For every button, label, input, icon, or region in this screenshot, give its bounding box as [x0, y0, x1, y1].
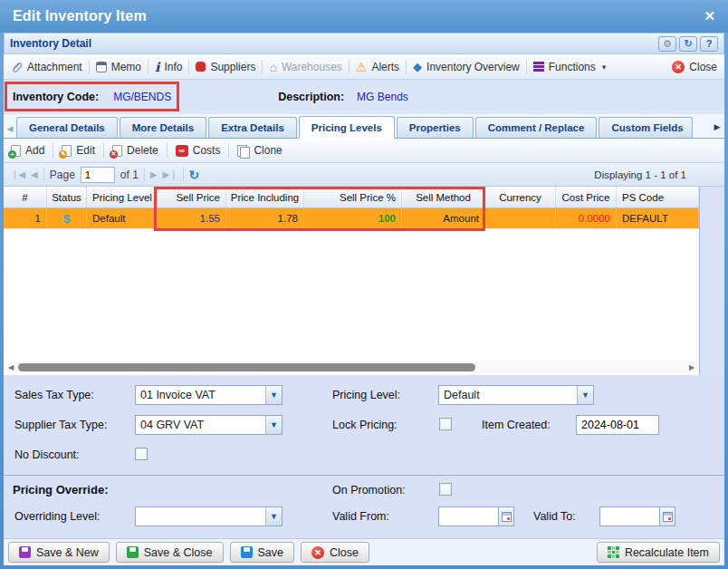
col-header-pricing-level[interactable]: Pricing Level — [87, 187, 158, 207]
item-created-label: Item Created: — [482, 419, 551, 431]
scroll-left-icon[interactable]: ◀ — [5, 363, 16, 371]
attachment-button[interactable]: Attachment — [11, 61, 82, 73]
col-header-sell-price-pct[interactable]: Sell Price % — [304, 187, 402, 207]
info-button[interactable]: i Info — [155, 60, 182, 74]
prev-page-icon[interactable]: ◀ — [31, 169, 38, 179]
tab-pricing-levels[interactable]: Pricing Levels — [299, 116, 395, 139]
warning-triangle-icon: ⚠ — [356, 60, 368, 74]
save-disk-icon — [241, 546, 253, 558]
functions-menu-button[interactable]: Functions ▾ — [533, 61, 607, 73]
attachment-label: Attachment — [27, 61, 82, 73]
horizontal-scrollbar[interactable]: ◀ ▶ — [5, 362, 697, 373]
scroll-right-icon[interactable]: ▶ — [686, 363, 697, 371]
recalculate-label: Recalculate Item — [625, 546, 709, 559]
suppliers-button[interactable]: Suppliers — [196, 61, 255, 73]
toolbar-separator — [103, 143, 104, 158]
next-page-icon[interactable]: ▶ — [150, 169, 158, 179]
save-and-close-button[interactable]: Save & Close — [116, 542, 224, 563]
description-value: MG Bends — [357, 91, 408, 103]
refresh-icon[interactable]: ↻ — [679, 36, 697, 52]
suppliers-label: Suppliers — [210, 61, 255, 73]
close-circle-icon: ✕ — [311, 546, 324, 559]
page-number-input[interactable] — [81, 167, 115, 183]
inventory-code-value: MG/BENDS — [113, 91, 171, 103]
supplier-tax-type-label: Supplier Tax Type: — [14, 419, 107, 431]
pager-separator — [144, 168, 145, 182]
chevron-down-icon: ▼ — [265, 386, 282, 404]
grid-refresh-icon[interactable]: ↻ — [189, 168, 200, 182]
valid-from-input[interactable] — [438, 506, 498, 526]
col-header-status[interactable]: Status — [47, 187, 87, 207]
tab-scroll-left-icon[interactable]: ◀ — [4, 120, 16, 138]
pricing-level-value: Default — [439, 386, 577, 404]
col-header-num[interactable]: # — [4, 187, 47, 207]
calendar-icon[interactable] — [498, 506, 514, 526]
last-page-icon[interactable]: ▶❘ — [163, 169, 177, 179]
lock-pricing-label: Lock Pricing: — [332, 419, 398, 431]
col-header-ps-code[interactable]: PS Code — [617, 187, 699, 207]
tab-properties[interactable]: Properties — [397, 117, 474, 138]
valid-from-label: Valid From: — [332, 510, 389, 523]
col-header-cost-price[interactable]: Cost Price — [556, 187, 617, 207]
edit-button[interactable]: ✎ Edit — [62, 144, 95, 157]
col-header-price-including[interactable]: Price Including — [226, 187, 304, 207]
delete-button[interactable]: ✕ Delete — [112, 144, 158, 157]
grid-header-row: # Status Pricing Level Sell Price Price … — [4, 187, 699, 208]
item-created-input[interactable] — [576, 415, 659, 435]
window-close-icon[interactable]: ✕ — [704, 8, 715, 24]
first-page-icon[interactable]: ❘◀ — [11, 169, 25, 179]
overriding-level-select[interactable]: ▼ — [135, 506, 283, 526]
valid-from-field[interactable] — [438, 506, 514, 526]
no-discount-checkbox[interactable] — [135, 448, 148, 460]
save-close-label: Save & Close — [144, 546, 213, 559]
valid-to-field[interactable] — [599, 506, 675, 526]
edit-page-icon: ✎ — [62, 145, 72, 157]
valid-to-input[interactable] — [599, 506, 659, 526]
pricing-override-title: Pricing Override: — [13, 483, 108, 497]
delete-page-icon: ✕ — [112, 145, 122, 157]
main-toolbar: Attachment Memo i Info Suppliers ⌂ Wareh… — [4, 54, 724, 80]
paperclip-icon — [11, 61, 23, 72]
lock-pricing-checkbox[interactable] — [439, 418, 452, 430]
toolbar-separator — [188, 60, 189, 74]
dialog-content: Inventory Detail ⚙ ↻ ? Attachment Memo i… — [4, 33, 724, 565]
tab-more-details[interactable]: More Details — [120, 117, 206, 138]
calendar-icon[interactable] — [659, 506, 675, 526]
supplier-tax-type-select[interactable]: 04 GRV VAT ▼ — [135, 415, 283, 435]
tab-scroll-right-icon[interactable]: ▶ — [710, 118, 724, 136]
inventory-overview-button[interactable]: ◆ Inventory Overview — [413, 60, 520, 73]
costs-label: Costs — [193, 144, 221, 157]
costs-button[interactable]: ∞ Costs — [176, 144, 221, 157]
cell-sell-price: 1.55 — [158, 208, 226, 228]
pricing-level-select[interactable]: Default ▼ — [438, 385, 594, 405]
on-promotion-checkbox[interactable] — [439, 483, 452, 496]
tab-extra-details[interactable]: Extra Details — [208, 117, 297, 138]
close-button-toolbar[interactable]: ✕ Close — [672, 61, 717, 73]
tab-general-details[interactable]: General Details — [16, 117, 118, 138]
col-header-sell-price[interactable]: Sell Price — [158, 187, 226, 207]
col-header-sell-method[interactable]: Sell Method — [402, 187, 485, 207]
recalculate-item-button[interactable]: Recalculate Item — [597, 542, 720, 563]
sales-tax-type-select[interactable]: 01 Invoice VAT ▼ — [135, 385, 283, 405]
supplier-tax-type-value: 04 GRV VAT — [136, 416, 265, 434]
save-button[interactable]: Save — [230, 542, 295, 563]
col-header-currency[interactable]: Currency — [485, 187, 556, 207]
add-button[interactable]: + Add — [11, 144, 44, 157]
settings-gear-icon[interactable]: ⚙ — [658, 36, 676, 52]
close-button[interactable]: ✕ Close — [301, 542, 369, 563]
alerts-button[interactable]: ⚠ Alerts — [356, 60, 399, 74]
info-icon: i — [155, 60, 159, 74]
help-icon[interactable]: ? — [700, 36, 718, 52]
tax-pricing-form: Sales Tax Type: 01 Invoice VAT ▼ Pricing… — [4, 375, 724, 475]
tab-comment-replace[interactable]: Comment / Replace — [475, 117, 598, 138]
table-row[interactable]: 1 $ Default 1.55 1.78 100 Amount 0.0000 … — [4, 208, 699, 229]
tab-custom-fields[interactable]: Custom Fields — [599, 117, 693, 138]
memo-button[interactable]: Memo — [96, 61, 141, 73]
save-and-new-button[interactable]: Save & New — [8, 542, 110, 563]
cell-cost-price: 0.0000 — [556, 208, 617, 228]
clone-button[interactable]: Clone — [237, 144, 282, 157]
scrollbar-thumb[interactable] — [18, 363, 475, 371]
save-label: Save — [258, 546, 284, 559]
vertical-scrollbar-track[interactable] — [699, 187, 724, 375]
warehouses-label: Warehouses — [282, 61, 342, 73]
